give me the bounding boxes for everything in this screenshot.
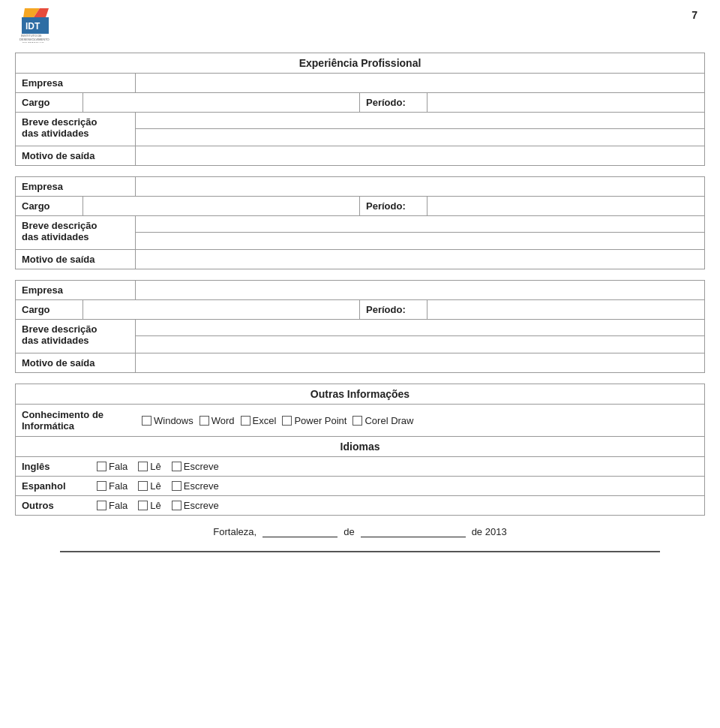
cargo-input-1[interactable] [83, 93, 359, 112]
outros-le: Lê [138, 500, 160, 511]
motivo-row-3: Motivo de saída [16, 353, 704, 372]
periodo-col-2: Período: [360, 197, 704, 215]
periodo-input-2[interactable] [428, 197, 704, 215]
cargo-input-2[interactable] [83, 197, 359, 215]
cargo-col-2: Cargo [16, 197, 360, 215]
cb-windows-label: Windows [154, 415, 194, 426]
cargo-input-3[interactable] [83, 300, 359, 319]
idioma-espanhol-label: Espanhol [22, 480, 97, 492]
idioma-outros-label: Outros [22, 500, 97, 511]
cargo-label-3: Cargo [16, 300, 83, 319]
periodo-input-3[interactable] [428, 300, 704, 319]
cb-excel-box[interactable] [241, 416, 250, 426]
cb-excel-label: Excel [253, 415, 277, 426]
cb-word-box[interactable] [200, 416, 209, 426]
cb-powerpoint-box[interactable] [282, 416, 292, 426]
breve-label-3: Breve descrição das atividades [16, 320, 136, 353]
breve-inputs-2 [136, 216, 704, 249]
espanhol-fala-box[interactable] [97, 481, 106, 491]
breve-sub-2a[interactable] [136, 216, 704, 233]
outros-escreve-box[interactable] [172, 501, 182, 510]
empresa-row-3: Empresa [16, 281, 704, 300]
cb-coreldraw-label: Corel Draw [364, 415, 413, 426]
signature-line: Fortaleza, de de 2013 [60, 526, 660, 537]
cb-excel: Excel [241, 415, 277, 426]
ingles-fala-box[interactable] [97, 462, 106, 471]
ingles-le-box[interactable] [138, 462, 148, 471]
breve-row-2: Breve descrição das atividades [16, 216, 704, 250]
cb-powerpoint: Power Point [282, 415, 346, 426]
motivo-input-1[interactable] [136, 146, 704, 165]
motivo-row-2: Motivo de saída [16, 250, 704, 269]
logo-area: IDT INSTITUTO DE DESENVOLVIMENTO DO TRAB… [15, 6, 68, 44]
breve-sub-1b[interactable] [136, 129, 704, 146]
empresa-label-3: Empresa [16, 281, 136, 299]
motivo-input-2[interactable] [136, 250, 704, 269]
empresa-row-1: Empresa [16, 74, 704, 93]
cb-windows-box[interactable] [142, 416, 152, 426]
breve-row-1: Breve descrição das atividades [16, 113, 704, 146]
empresa-input-1[interactable] [136, 74, 704, 92]
outros-escreve: Escreve [172, 500, 219, 511]
espanhol-fala: Fala [97, 480, 128, 492]
outras-section: Outras Informações Conhecimento de Infor… [15, 384, 705, 516]
experiencia-block-3: Empresa Cargo Período: Breve descrição d… [15, 280, 705, 373]
cargo-periodo-row-1: Cargo Período: [16, 93, 704, 113]
espanhol-fala-label: Fala [109, 480, 128, 492]
motivo-label-3: Motivo de saída [16, 353, 136, 372]
cargo-periodo-row-2: Cargo Período: [16, 197, 704, 216]
espanhol-escreve-box[interactable] [172, 481, 182, 491]
periodo-input-1[interactable] [428, 93, 704, 112]
idioma-espanhol-row: Espanhol Fala Lê Escreve [16, 477, 704, 496]
cb-word-label: Word [212, 415, 235, 426]
logo-svg: IDT INSTITUTO DE DESENVOLVIMENTO DO TRAB… [17, 7, 66, 43]
cb-coreldraw: Corel Draw [352, 415, 413, 426]
cargo-periodo-row-3: Cargo Período: [16, 300, 704, 320]
breve-sub-2b[interactable] [136, 233, 704, 249]
espanhol-le-box[interactable] [138, 481, 148, 491]
informatica-label: Conhecimento de Informática [22, 409, 142, 432]
cb-powerpoint-label: Power Point [294, 415, 346, 426]
experiencia-block-2: Empresa Cargo Período: Breve descrição d… [15, 176, 705, 269]
empresa-input-2[interactable] [136, 177, 704, 196]
espanhol-escreve-label: Escreve [184, 480, 219, 492]
ingles-le: Lê [138, 461, 160, 472]
espanhol-le: Lê [138, 480, 160, 492]
ingles-le-label: Lê [150, 461, 160, 472]
cb-word: Word [200, 415, 235, 426]
empresa-row-2: Empresa [16, 177, 704, 197]
outros-fala-box[interactable] [97, 501, 106, 510]
logo-box: IDT INSTITUTO DE DESENVOLVIMENTO DO TRAB… [15, 6, 68, 44]
idioma-outros-checks: Fala Lê Escreve [97, 500, 219, 511]
idioma-espanhol-checks: Fala Lê Escreve [97, 480, 219, 492]
footer-area: Fortaleza, de de 2013 [15, 526, 705, 552]
breve-row-3: Breve descrição das atividades [16, 320, 704, 353]
footer-de2: de 2013 [472, 526, 507, 537]
ingles-fala-label: Fala [109, 461, 128, 472]
empresa-label-2: Empresa [16, 177, 136, 196]
outros-le-label: Lê [150, 500, 160, 511]
footer-bottom-line [60, 551, 660, 552]
outros-escreve-label: Escreve [184, 500, 219, 511]
main-content: Experiência Profissional Empresa Cargo P… [0, 53, 720, 567]
motivo-row-1: Motivo de saída [16, 146, 704, 165]
outros-fala-label: Fala [109, 500, 128, 511]
cb-coreldraw-box[interactable] [352, 416, 362, 426]
periodo-label-3: Período: [360, 300, 428, 319]
ingles-fala: Fala [97, 461, 128, 472]
motivo-label-1: Motivo de saída [16, 146, 136, 165]
breve-sub-3a[interactable] [136, 320, 704, 336]
breve-sub-1a[interactable] [136, 113, 704, 129]
outros-le-box[interactable] [138, 501, 148, 510]
ingles-escreve: Escreve [172, 461, 219, 472]
cargo-label-2: Cargo [16, 197, 83, 215]
ingles-escreve-box[interactable] [172, 462, 182, 471]
motivo-input-3[interactable] [136, 353, 704, 372]
ingles-escreve-label: Escreve [184, 461, 219, 472]
breve-sub-3b[interactable] [136, 336, 704, 353]
cargo-label-1: Cargo [16, 93, 83, 112]
empresa-input-3[interactable] [136, 281, 704, 299]
idiomas-title: Idiomas [16, 437, 704, 457]
motivo-label-2: Motivo de saída [16, 250, 136, 269]
breve-inputs-1 [136, 113, 704, 146]
